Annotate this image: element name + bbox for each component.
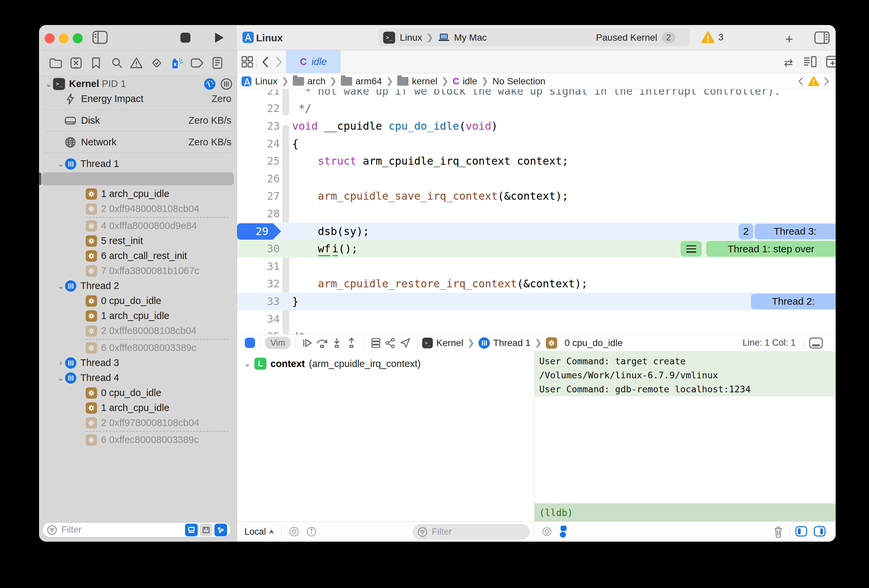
- code-line-30[interactable]: 30 wfi();Thread 1: step over: [237, 240, 836, 258]
- sidebar-item-kernel[interactable]: ⌄ >_ Kernel PID 1: [39, 76, 237, 91]
- step-out-button[interactable]: [344, 337, 359, 349]
- chevron-right-icon[interactable]: ›: [56, 358, 65, 368]
- breadcrumb-arch[interactable]: arch: [293, 76, 325, 87]
- tag-icon[interactable]: [190, 56, 204, 70]
- sidebar-item-thread-1[interactable]: ⌄Thread 1: [39, 156, 237, 171]
- lldb-prompt-band[interactable]: (lldb): [535, 504, 836, 522]
- code-line-22[interactable]: 22 */: [237, 100, 836, 117]
- code-line-33[interactable]: 33}Thread 2:: [237, 293, 836, 310]
- stack-frame-5-rest_init[interactable]: 5 rest_init: [39, 233, 237, 248]
- chevron-down-icon[interactable]: ⌄: [56, 373, 65, 383]
- go-forward-icon[interactable]: [274, 56, 283, 68]
- debug-spray-icon[interactable]: [171, 56, 184, 70]
- stack-frame-6-0xfffe80008003389c[interactable]: 6 0xfffe80008003389c: [39, 340, 237, 355]
- step-over-button[interactable]: [315, 337, 329, 349]
- sidebar-filter-input[interactable]: Filter: [42, 522, 231, 537]
- gauge-icon[interactable]: [203, 78, 216, 90]
- breakpoints-toggle[interactable]: [245, 337, 255, 348]
- disclosure-chevron-icon[interactable]: ⌄: [244, 359, 251, 368]
- sidebar-item-thread-3[interactable]: ›Thread 3: [39, 355, 237, 370]
- stack-frame-1-arch_cpu_idle[interactable]: 1 arch_cpu_idle: [39, 400, 237, 415]
- add-tab-button[interactable]: +: [785, 32, 793, 47]
- prev-issue-icon[interactable]: [797, 76, 804, 86]
- variables-view[interactable]: ⌄ L context (arm_cpuidle_irq_context): [237, 351, 534, 522]
- test-diamond-icon[interactable]: [150, 56, 163, 70]
- code-line-32[interactable]: 32 arm_cpuidle_restore_irq_context(&cont…: [237, 275, 836, 293]
- code-line-23[interactable]: 23void __cpuidle cpu_do_idle(void): [237, 117, 836, 135]
- issue-warning-icon[interactable]: [808, 76, 820, 87]
- search-icon[interactable]: [110, 56, 124, 70]
- chevron-down-icon[interactable]: ⌄: [56, 281, 65, 291]
- minimize-traffic-light[interactable]: [59, 33, 69, 43]
- code-line-29[interactable]: 29 dsb(sy);2Thread 3:: [237, 223, 836, 240]
- scope-selector[interactable]: Local⮝: [245, 527, 274, 537]
- stack-frame-2-0xff9480008108cb04[interactable]: 2 0xff9480008108cb04: [39, 201, 237, 216]
- sidebar-item-energy-impact[interactable]: Energy ImpactZero: [39, 91, 237, 106]
- continue-button[interactable]: [300, 337, 315, 349]
- bookmark-icon[interactable]: [89, 56, 103, 70]
- zoom-traffic-light[interactable]: [73, 33, 83, 43]
- debug-breadcrumb-0-cpu_do_idle[interactable]: 0 cpu_do_idle: [546, 337, 623, 349]
- filter-view-mode-button[interactable]: [214, 524, 227, 536]
- hide-debug-area-icon[interactable]: [809, 337, 823, 349]
- threads-view-icon[interactable]: [220, 78, 233, 90]
- tab-idle[interactable]: C idle: [286, 50, 341, 73]
- code-line-26[interactable]: 26: [237, 170, 836, 188]
- sidebar-item-thread-4[interactable]: ⌄Thread 4: [39, 370, 237, 385]
- breadcrumb-no-selection[interactable]: No Selection: [492, 76, 546, 87]
- stack-frame-2-0xfffe80008108cb04[interactable]: 2 0xfffe80008108cb04: [39, 323, 237, 338]
- console-target-icon[interactable]: [541, 526, 553, 537]
- variables-filter-input[interactable]: Filter: [413, 524, 529, 539]
- thread-annotation-menu[interactable]: [681, 241, 701, 257]
- folder-icon[interactable]: [49, 56, 62, 70]
- breadcrumb-idle[interactable]: Cidle: [452, 76, 477, 87]
- console-mode-icon[interactable]: [558, 525, 569, 538]
- report-icon[interactable]: [211, 56, 224, 70]
- stack-frame-7-0xffa3800081b1067c[interactable]: 7 0xffa3800081b1067c: [39, 263, 237, 278]
- simulate-location-icon[interactable]: [398, 337, 412, 349]
- scheme-selector[interactable]: >_ Linux ❯ My Mac Paused Kernel 2: [378, 29, 690, 46]
- sidebar-item-thread-2[interactable]: ⌄Thread 2: [39, 278, 237, 293]
- chevron-down-icon[interactable]: ⌄: [56, 159, 65, 169]
- console-view[interactable]: User Command: target create /Volumes/Wor…: [534, 351, 836, 522]
- code-line-25[interactable]: 25 struct arm_cpuidle_irq_context contex…: [237, 153, 836, 170]
- show-variables-toggle[interactable]: [795, 526, 807, 537]
- breadcrumb-linux[interactable]: Linux: [241, 76, 277, 87]
- breadcrumb-arm64[interactable]: arm64: [341, 76, 382, 87]
- stack-frame-0-cpu_do_idle[interactable]: 0 cpu_do_idle: [39, 171, 237, 186]
- stack-frame-1-arch_cpu_idle[interactable]: 1 arch_cpu_idle: [39, 308, 237, 323]
- stack-frame-0-cpu_do_idle[interactable]: 0 cpu_do_idle: [39, 293, 237, 308]
- code-line-31[interactable]: 31: [237, 258, 836, 275]
- thread-annotation[interactable]: Thread 3:: [755, 224, 836, 239]
- variable-row[interactable]: ⌄ L context (arm_cpuidle_irq_context): [244, 358, 421, 370]
- go-back-icon[interactable]: [261, 56, 270, 68]
- thread-annotation[interactable]: Thread 2:: [751, 294, 836, 310]
- code-line-24[interactable]: 24{: [237, 135, 836, 153]
- memory-graph-icon[interactable]: [383, 337, 398, 349]
- code-line-35[interactable]: 35/*: [237, 328, 836, 334]
- run-button[interactable]: [213, 31, 225, 44]
- stack-frame-0-cpu_do_idle[interactable]: 0 cpu_do_idle: [39, 385, 237, 400]
- next-issue-icon[interactable]: [823, 76, 830, 86]
- minimap-icon[interactable]: [803, 55, 817, 68]
- stop-button[interactable]: [180, 32, 191, 43]
- filter-flagged-button[interactable]: [185, 524, 198, 536]
- code-line-34[interactable]: 34: [237, 310, 836, 328]
- thread-annotation[interactable]: Thread 1: step over: [706, 241, 836, 257]
- filter-crashed-button[interactable]: [200, 524, 212, 536]
- chevron-down-icon[interactable]: ⌄: [44, 79, 53, 89]
- trash-icon[interactable]: [773, 526, 784, 538]
- info-icon[interactable]: [305, 526, 317, 538]
- eye-icon[interactable]: [288, 526, 300, 538]
- sidebar-item-disk[interactable]: DiskZero KB/s: [39, 113, 237, 128]
- close-traffic-light[interactable]: [44, 33, 55, 43]
- debug-breadcrumb-thread-1[interactable]: Thread 1: [479, 337, 531, 349]
- toggle-sidebar-icon[interactable]: [92, 31, 108, 44]
- warning-count[interactable]: 3: [701, 31, 724, 44]
- stack-frame-6-arch_call_rest_init[interactable]: 6 arch_call_rest_init: [39, 248, 237, 263]
- code-line-27[interactable]: 27 arm_cpuidle_save_irq_context(&context…: [237, 187, 836, 205]
- inspector-toggle-icon[interactable]: [814, 31, 830, 44]
- source-editor[interactable]: 21 * not wake up if we block the wake up…: [237, 89, 836, 334]
- thread-annotation[interactable]: 2: [739, 224, 753, 239]
- stack-frame-4-0xfffa8000800d9e84[interactable]: 4 0xfffa8000800d9e84: [39, 218, 237, 233]
